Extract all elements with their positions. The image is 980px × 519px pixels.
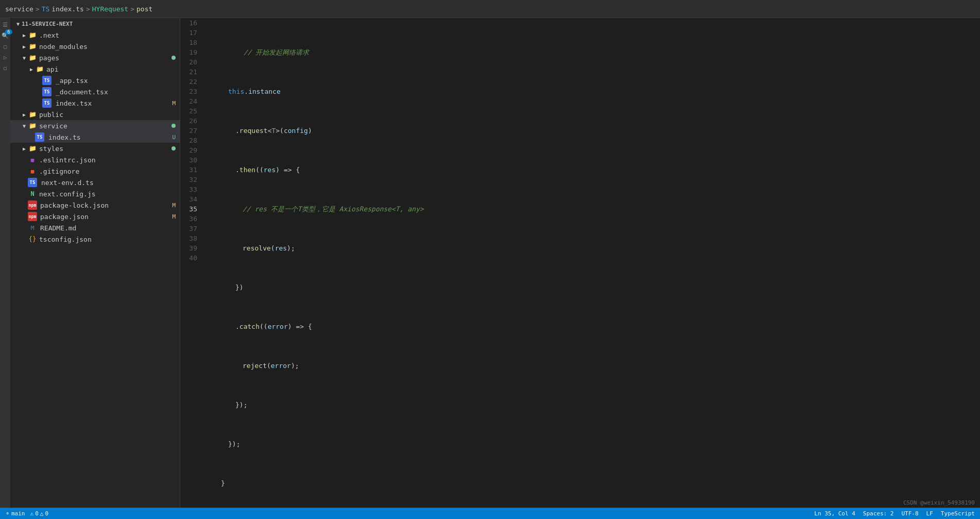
- line-numbers: 16 17 18 19 20 21 22 23 24 25 26 27 28 2…: [180, 18, 209, 508]
- json-icon: {}: [28, 235, 37, 244]
- tsx-icon: TS: [42, 98, 51, 108]
- sidebar-item-index-tsx[interactable]: ▶ TS index.tsx M: [10, 97, 180, 109]
- breadcrumb-class[interactable]: HYRequest: [92, 5, 128, 13]
- status-bar: ⚬ main ⚠ 0 △ 0 Ln 35, Col 4 Spaces: 2 UT…: [0, 508, 980, 519]
- code-line-20: // res 不是一个T类型，它是 AxiosResponse<T, any>: [213, 204, 970, 214]
- notification-badge: 6: [5, 29, 12, 35]
- chevron-right-icon: ▶: [28, 65, 35, 73]
- sidebar-label-api: api: [46, 65, 180, 73]
- sidebar-label-app: _app.tsx: [56, 77, 180, 85]
- spaces-label: Spaces: 2: [863, 510, 894, 517]
- code-line-23: .catch((error) => {: [213, 322, 970, 331]
- eol-label: LF: [926, 510, 933, 517]
- sidebar-item-gitignore[interactable]: ▶ ■ .gitignore: [10, 165, 180, 177]
- sidebar-label-service: service: [39, 122, 171, 130]
- sidebar-item-api[interactable]: ▶ 📁 api: [10, 63, 180, 75]
- sidebar-item-package-lock[interactable]: ▶ npm package-lock.json M: [10, 199, 180, 211]
- extensions-icon[interactable]: ◻: [1, 64, 9, 72]
- breadcrumb-bar: service > TS index.ts > HYRequest > post: [0, 0, 980, 18]
- breadcrumb-file[interactable]: index.ts: [51, 5, 84, 13]
- status-errors[interactable]: ⚠ 0 △ 0: [30, 510, 49, 517]
- search-icon[interactable]: 🔍 6: [1, 31, 9, 40]
- node-modules-icon: 📁: [28, 42, 37, 51]
- sidebar-item-node-modules[interactable]: ▶ 📁 node_modules: [10, 41, 180, 52]
- code-line-27: }: [213, 478, 970, 488]
- sidebar-label-package-lock: package-lock.json: [40, 202, 170, 209]
- sidebar-item-package-json[interactable]: ▶ npm package.json M: [10, 211, 180, 222]
- sidebar-label-index-tsx: index.tsx: [56, 99, 170, 107]
- explorer-icon[interactable]: ☰: [1, 21, 9, 29]
- modified-dot: [171, 124, 176, 128]
- modified-badge: M: [172, 100, 176, 107]
- next-icon: N: [28, 189, 37, 198]
- modified-badge: M: [172, 213, 176, 220]
- chevron-right-icon: ▶: [21, 111, 28, 118]
- sidebar-label-eslint: .eslintrc.json: [39, 156, 180, 164]
- sidebar-item-readme[interactable]: ▶ M​​ README.md: [10, 222, 180, 233]
- encoding-label: UTF-8: [901, 510, 918, 517]
- breadcrumb-sep2: >: [86, 5, 90, 13]
- breadcrumb: service > TS index.ts > HYRequest > post: [5, 5, 152, 13]
- chevron-right-icon: ▶: [21, 43, 28, 50]
- sidebar-item-next-config[interactable]: ▶ N next.config.js: [10, 188, 180, 199]
- folder-icon: 📁: [28, 53, 37, 62]
- warning-icon: △: [40, 510, 44, 517]
- breadcrumb-sep1: >: [36, 5, 40, 13]
- sidebar-label-gitignore: .gitignore: [39, 168, 180, 175]
- chevron-right-icon: ▶: [21, 145, 28, 152]
- sidebar-label-index-ts: index.ts: [48, 133, 170, 141]
- sidebar-item-next-env[interactable]: ▶ TS next-env.d.ts: [10, 177, 180, 188]
- eslint-icon: ■: [28, 155, 37, 164]
- code-line-26: });: [213, 439, 970, 449]
- modified-dot: [171, 56, 176, 60]
- sidebar-label-styles: styles: [39, 145, 171, 153]
- status-branch[interactable]: ⚬ main: [5, 510, 25, 517]
- scm-icon[interactable]: ▢: [1, 42, 9, 51]
- code-content[interactable]: // 开始发起网络请求 this.instance .request<T>(co…: [209, 18, 980, 508]
- tsx-icon: TS: [42, 87, 51, 96]
- untracked-badge: U: [172, 134, 176, 141]
- chevron-right-icon: ▶: [21, 31, 28, 39]
- sidebar-label-document: _document.tsx: [56, 88, 180, 96]
- status-encoding[interactable]: UTF-8: [901, 510, 918, 517]
- sidebar-item-document[interactable]: ▶ TS _document.tsx: [10, 86, 180, 97]
- debug-icon[interactable]: ▷: [1, 53, 9, 61]
- chevron-down-icon: ▼: [21, 122, 28, 129]
- code-editor[interactable]: 16 17 18 19 20 21 22 23 24 25 26 27 28 2…: [180, 18, 980, 508]
- md-icon: M​​: [28, 223, 37, 232]
- ln-col-label: Ln 35, Col 4: [814, 510, 855, 517]
- status-spaces[interactable]: Spaces: 2: [863, 510, 894, 517]
- sidebar-item-service[interactable]: ▼ 📁 service: [10, 120, 180, 131]
- sidebar-item-index-ts[interactable]: ▶ TS index.ts U: [10, 131, 180, 143]
- status-eol[interactable]: LF: [926, 510, 933, 517]
- branch-icon: ⚬: [5, 510, 10, 517]
- modified-badge: M: [172, 202, 176, 209]
- status-language[interactable]: TypeScript: [941, 510, 975, 517]
- folder-icon: 📁: [35, 64, 44, 74]
- sidebar-root[interactable]: ▼ 11-SERVICE-NEXT: [10, 18, 180, 29]
- breadcrumb-service[interactable]: service: [5, 5, 33, 13]
- sidebar-item-pages[interactable]: ▼ 📁 pages: [10, 52, 180, 63]
- folder-icon: 📁: [28, 110, 37, 119]
- sidebar-label-readme: README.md: [40, 224, 180, 232]
- sidebar-item-next[interactable]: ▶ 📁 .next: [10, 29, 180, 41]
- sidebar-label-next-config: next.config.js: [39, 190, 180, 198]
- sidebar-item-public[interactable]: ▶ 📁 public: [10, 109, 180, 120]
- warning-count: 0: [45, 510, 48, 517]
- sidebar-item-app[interactable]: ▶ TS _app.tsx: [10, 75, 180, 86]
- sidebar-item-tsconfig[interactable]: ▶ {} tsconfig.json: [10, 233, 180, 245]
- breadcrumb-method[interactable]: post: [136, 5, 152, 13]
- activity-bar: ☰ 🔍 6 ▢ ▷ ◻: [0, 18, 10, 508]
- folder-icon: 📁: [28, 30, 37, 40]
- branch-label: main: [11, 510, 25, 517]
- sidebar-label-pages: pages: [39, 54, 171, 62]
- code-line-16: // 开始发起网络请求: [213, 47, 970, 57]
- sidebar-item-eslint[interactable]: ▶ ■ .eslintrc.json: [10, 154, 180, 165]
- code-line-17: this.instance: [213, 87, 970, 96]
- code-line-19: .then((res) => {: [213, 165, 970, 175]
- sidebar-item-styles[interactable]: ▶ 📁 styles: [10, 143, 180, 154]
- code-line-21: resolve(res);: [213, 243, 970, 253]
- git-icon: ■: [28, 166, 37, 176]
- editor-area: 16 17 18 19 20 21 22 23 24 25 26 27 28 2…: [180, 18, 980, 508]
- status-ln-col[interactable]: Ln 35, Col 4: [814, 510, 855, 517]
